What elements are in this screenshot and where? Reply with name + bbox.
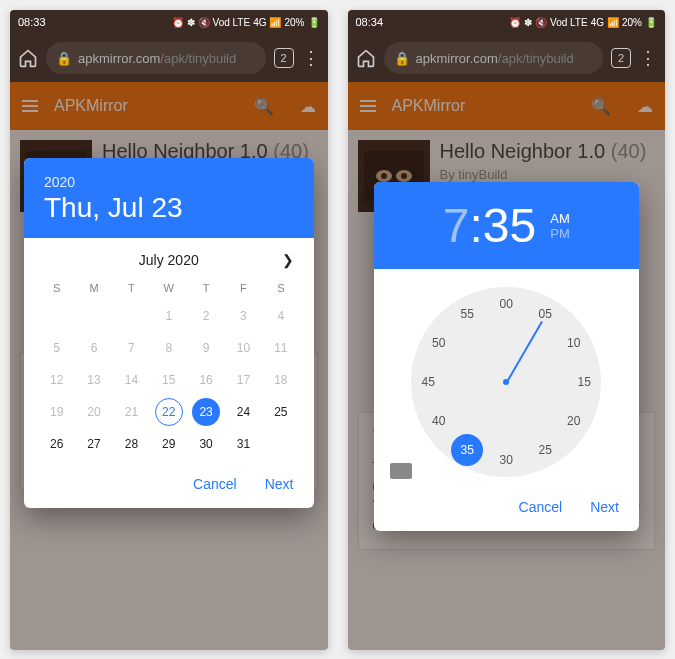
clock-minute-mark[interactable]: 00 — [492, 290, 520, 318]
mute-icon: 🔇 — [535, 17, 547, 28]
calendar-day[interactable]: 19 — [38, 396, 75, 428]
calendar-day[interactable]: 3 — [225, 300, 262, 332]
bluetooth-icon: ✽ — [524, 17, 532, 28]
dow-label: M — [75, 276, 112, 300]
calendar-day[interactable]: 1 — [150, 300, 187, 332]
calendar-day[interactable]: 17 — [225, 364, 262, 396]
time-minute[interactable]: 35 — [483, 198, 536, 253]
battery-label: 20% — [622, 17, 642, 28]
home-icon[interactable] — [18, 48, 38, 68]
calendar-day[interactable]: 2 — [187, 300, 224, 332]
lock-icon: 🔒 — [56, 51, 72, 66]
clock-minute-mark[interactable]: 25 — [531, 436, 559, 464]
month-label: July 2020 — [139, 252, 199, 268]
clock-minute-mark[interactable]: 45 — [414, 368, 442, 396]
calendar-day[interactable]: 6 — [75, 332, 112, 364]
signal-icon: 📶 — [607, 17, 619, 28]
time-picker-header: 7:35 AM PM — [374, 182, 640, 269]
calendar-day[interactable]: 23 — [187, 396, 224, 428]
status-time: 08:33 — [18, 16, 46, 28]
calendar-day[interactable]: 4 — [262, 300, 299, 332]
calendar-day[interactable]: 10 — [225, 332, 262, 364]
dow-label: T — [187, 276, 224, 300]
calendar-day[interactable]: 11 — [262, 332, 299, 364]
time-picker-dialog: 7:35 AM PM 000510152025303540455055 Canc… — [374, 182, 640, 531]
dow-label: F — [225, 276, 262, 300]
calendar-day[interactable]: 15 — [150, 364, 187, 396]
calendar-day[interactable]: 13 — [75, 364, 112, 396]
calendar-day[interactable]: 18 — [262, 364, 299, 396]
carrier-label: Vod LTE — [213, 17, 251, 28]
home-icon[interactable] — [356, 48, 376, 68]
next-month-button[interactable]: ❯ — [282, 252, 294, 268]
calendar-grid: SMTWTFS 12345678910111213141516171819202… — [24, 276, 314, 462]
battery-icon: 🔋 — [645, 17, 657, 28]
browser-toolbar: 🔒 apkmirror.com/apk/tinybuild 2 ⋮ — [348, 34, 666, 82]
phone-right: 08:34 ⏰ ✽ 🔇 Vod LTE 4G 📶 20% 🔋 🔒 apkmirr… — [348, 10, 666, 650]
calendar-day[interactable]: 30 — [187, 428, 224, 460]
date-picker-dialog: 2020 Thu, Jul 23 July 2020 ❯ SMTWTFS 123… — [24, 158, 314, 508]
calendar-day[interactable]: 27 — [75, 428, 112, 460]
clock-minute-mark[interactable]: 40 — [425, 407, 453, 435]
date-picker-header: 2020 Thu, Jul 23 — [24, 158, 314, 238]
carrier-label: Vod LTE — [550, 17, 588, 28]
calendar-day[interactable]: 29 — [150, 428, 187, 460]
phone-left: 08:33 ⏰ ✽ 🔇 Vod LTE 4G 📶 20% 🔋 🔒 apkmirr… — [10, 10, 328, 650]
url-bar[interactable]: 🔒 apkmirror.com/apk/tinybuild — [384, 42, 604, 74]
dow-label: S — [262, 276, 299, 300]
clock-minute-mark[interactable]: 20 — [560, 407, 588, 435]
clock-minute-mark[interactable]: 55 — [453, 300, 481, 328]
calendar-day[interactable]: 16 — [187, 364, 224, 396]
signal-icon: 📶 — [269, 17, 281, 28]
calendar-day[interactable]: 5 — [38, 332, 75, 364]
date-year[interactable]: 2020 — [44, 174, 294, 190]
calendar-day[interactable]: 12 — [38, 364, 75, 396]
tab-count[interactable]: 2 — [611, 48, 631, 68]
time-hour[interactable]: 7 — [443, 198, 470, 253]
clock-minute-mark[interactable]: 30 — [492, 446, 520, 474]
calendar-day[interactable]: 25 — [262, 396, 299, 428]
date-full[interactable]: Thu, Jul 23 — [44, 192, 294, 224]
calendar-day[interactable]: 9 — [187, 332, 224, 364]
menu-dots-icon[interactable]: ⋮ — [302, 47, 320, 69]
url-path: /apk/tinybuild — [160, 51, 236, 66]
calendar-day[interactable]: 31 — [225, 428, 262, 460]
am-toggle[interactable]: AM — [550, 211, 570, 226]
calendar-day[interactable]: 8 — [150, 332, 187, 364]
dow-label: T — [113, 276, 150, 300]
time-next-button[interactable]: Next — [590, 499, 619, 515]
calendar-day[interactable]: 28 — [113, 428, 150, 460]
calendar-day[interactable]: 22 — [150, 396, 187, 428]
clock-minute-mark[interactable]: 15 — [570, 368, 598, 396]
clock-minute-mark[interactable]: 05 — [531, 300, 559, 328]
pm-toggle[interactable]: PM — [550, 226, 570, 241]
clock-minute-mark[interactable]: 50 — [425, 329, 453, 357]
url-host: apkmirror.com — [78, 51, 160, 66]
tab-count[interactable]: 2 — [274, 48, 294, 68]
month-row: July 2020 ❯ — [24, 238, 314, 276]
calendar-day — [75, 300, 112, 332]
statusbar: 08:34 ⏰ ✽ 🔇 Vod LTE 4G 📶 20% 🔋 — [348, 10, 666, 34]
browser-toolbar: 🔒 apkmirror.com/apk/tinybuild 2 ⋮ — [10, 34, 328, 82]
calendar-day[interactable]: 21 — [113, 396, 150, 428]
calendar-day[interactable]: 26 — [38, 428, 75, 460]
status-time: 08:34 — [356, 16, 384, 28]
calendar-day[interactable]: 7 — [113, 332, 150, 364]
battery-icon: 🔋 — [308, 17, 320, 28]
net-label: 4G — [253, 17, 266, 28]
time-cancel-button[interactable]: Cancel — [519, 499, 563, 515]
menu-dots-icon[interactable]: ⋮ — [639, 47, 657, 69]
calendar-day[interactable]: 20 — [75, 396, 112, 428]
clock-face[interactable]: 000510152025303540455055 — [411, 287, 601, 477]
date-next-button[interactable]: Next — [265, 476, 294, 492]
clock-selected-minute[interactable]: 35 — [451, 434, 483, 466]
status-icons: ⏰ ✽ 🔇 Vod LTE 4G 📶 20% 🔋 — [509, 17, 657, 28]
clock-minute-mark[interactable]: 10 — [560, 329, 588, 357]
url-bar[interactable]: 🔒 apkmirror.com/apk/tinybuild — [46, 42, 266, 74]
calendar-day[interactable]: 24 — [225, 396, 262, 428]
lock-icon: 🔒 — [394, 51, 410, 66]
keyboard-input-icon[interactable] — [390, 463, 412, 479]
calendar-day[interactable]: 14 — [113, 364, 150, 396]
date-cancel-button[interactable]: Cancel — [193, 476, 237, 492]
calendar-day — [38, 300, 75, 332]
